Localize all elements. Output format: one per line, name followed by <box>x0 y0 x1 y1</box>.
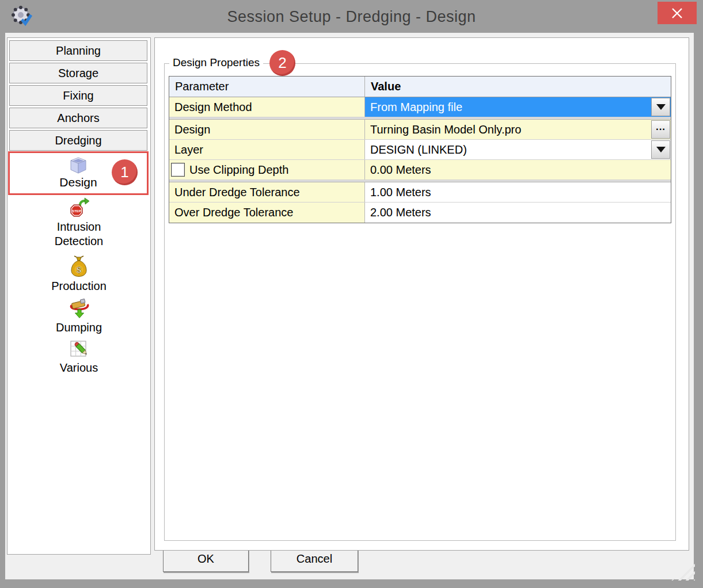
sidebar-tab-planning[interactable]: Planning <box>9 40 147 61</box>
sidebar-panel: Planning Storage Fixing Anchors Dredging… <box>7 37 151 555</box>
down-triangle-icon <box>656 104 666 110</box>
sidebar-item-label: Intrusion Detection <box>41 220 116 249</box>
clipping-depth-field[interactable]: 0.00 Meters <box>365 160 671 180</box>
use-clipping-depth-label: Use Clipping Depth <box>189 163 288 177</box>
sidebar-item-label: Various <box>41 361 116 375</box>
param-design: Design <box>169 120 365 139</box>
column-header-parameter: Parameter <box>169 77 365 97</box>
x-icon <box>671 7 683 19</box>
browse-button[interactable]: ... <box>651 120 670 139</box>
use-clipping-depth-checkbox[interactable] <box>171 163 185 177</box>
design-file-value: Turning Basin Model Only.pro <box>365 120 651 139</box>
sidebar-tab-fixing[interactable]: Fixing <box>9 85 147 106</box>
svg-text:$: $ <box>77 265 82 274</box>
sidebar-tab-dredging[interactable]: Dredging <box>9 130 147 151</box>
titlebar: Session Setup - Dredging - Design <box>0 0 703 33</box>
design-file-field[interactable]: Turning Basin Model Only.pro ... <box>365 120 671 139</box>
design-method-value: From Mapping file <box>365 97 651 117</box>
open-box-icon <box>67 156 89 175</box>
sidebar-item-dumping[interactable]: Dumping <box>7 298 150 335</box>
param-layer: Layer <box>169 140 365 159</box>
properties-table: Parameter Value Design Method From Mappi… <box>169 76 671 223</box>
layer-value: DESIGN (LINKED) <box>365 140 651 159</box>
table-row: Under Dredge Tolerance 1.00 Meters <box>169 182 671 203</box>
sidebar-item-various[interactable]: Various <box>7 339 150 375</box>
barge-dump-arrow-icon <box>68 298 90 319</box>
table-row: Design Method From Mapping file <box>169 97 671 117</box>
dropdown-button[interactable] <box>651 140 670 159</box>
param-use-clipping-depth: Use Clipping Depth <box>169 160 365 180</box>
close-button[interactable] <box>658 2 697 24</box>
param-design-method: Design Method <box>169 97 365 117</box>
param-under-dredge-tolerance: Under Dredge Tolerance <box>169 182 365 202</box>
under-dredge-tolerance-value: 1.00 Meters <box>365 182 671 202</box>
layer-dropdown[interactable]: DESIGN (LINKED) <box>365 140 671 159</box>
clipping-depth-value: 0.00 Meters <box>365 160 671 180</box>
money-bag-icon: $ <box>69 255 89 277</box>
table-row: Over Dredge Tolerance 2.00 Meters <box>169 203 671 223</box>
session-setup-dialog: Session Setup - Dredging - Design Planni… <box>0 0 703 588</box>
table-row: Use Clipping Depth 0.00 Meters <box>169 160 671 180</box>
design-properties-groupbox: Design Properties Parameter Value Design… <box>164 63 676 541</box>
param-over-dredge-tolerance: Over Dredge Tolerance <box>169 203 365 223</box>
content-panel: Design Properties Parameter Value Design… <box>154 37 689 551</box>
stop-sign-arrow-icon: STEP <box>69 197 90 218</box>
under-dredge-tolerance-field[interactable]: 1.00 Meters <box>365 182 671 202</box>
column-header-value: Value <box>365 77 671 97</box>
table-row: Layer DESIGN (LINKED) <box>169 140 671 160</box>
down-triangle-icon <box>656 147 666 152</box>
table-header-row: Parameter Value <box>169 77 671 97</box>
design-method-dropdown[interactable]: From Mapping file <box>365 97 671 117</box>
sidebar-item-label: Dumping <box>41 320 116 335</box>
sidebar-item-label: Design <box>59 175 97 189</box>
sidebar-tab-anchors[interactable]: Anchors <box>9 108 147 128</box>
callout-badge-1: 1 <box>112 159 138 185</box>
groupbox-title: Design Properties <box>169 56 263 69</box>
svg-text:STEP: STEP <box>72 209 81 213</box>
sidebar-tab-storage[interactable]: Storage <box>9 63 147 83</box>
grid-pencil-icon <box>69 339 89 359</box>
ellipsis-icon: ... <box>656 124 666 135</box>
dialog-client-area: Planning Storage Fixing Anchors Dredging… <box>5 33 694 579</box>
dialog-title: Session Setup - Dredging - Design <box>0 8 703 26</box>
table-row: Design Turning Basin Model Only.pro ... <box>169 120 671 140</box>
sidebar-item-production[interactable]: $ Production <box>7 255 150 293</box>
dropdown-button[interactable] <box>651 98 670 116</box>
over-dredge-tolerance-field[interactable]: 2.00 Meters <box>365 203 671 223</box>
sidebar-item-intrusion-detection[interactable]: STEP Intrusion Detection <box>7 197 150 249</box>
over-dredge-tolerance-value: 2.00 Meters <box>365 203 671 223</box>
sidebar-item-label: Production <box>41 279 116 293</box>
callout-badge-2: 2 <box>269 50 295 76</box>
